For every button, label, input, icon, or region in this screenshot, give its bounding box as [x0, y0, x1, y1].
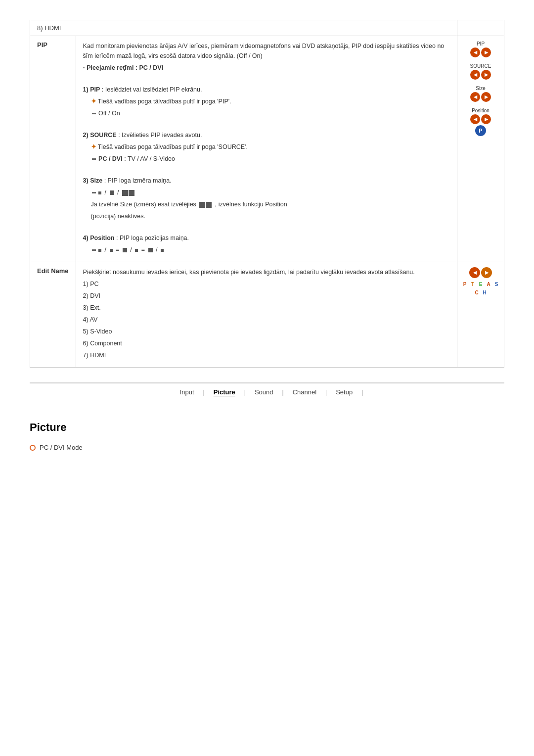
hdmi-icon-cell — [457, 20, 504, 36]
edit-item2: 2) DVI — [83, 291, 450, 301]
pip-left-btn[interactable]: ◀ — [470, 47, 480, 57]
nav-item-sound[interactable]: Sound — [246, 388, 282, 396]
pip-icon-cell: PIP ◀ ▶ SOURCE ◀ ▶ Size ◀ — [457, 36, 504, 262]
main-table: 8) HDMI PIP Kad monitoram pievienotas ār… — [30, 20, 504, 368]
edit-name-content-cell: Piekšķiriet nosaukumu ievades ierīcei, k… — [76, 262, 457, 368]
pip-item2: 2) SOURCE : Izvēlieties PIP ievades avot… — [83, 130, 450, 140]
pip-icon-group: PIP ◀ ▶ — [461, 41, 500, 57]
size-icon-label: Size — [476, 86, 485, 91]
letter-h: H — [481, 289, 488, 296]
picture-section: Picture PC / DVI Mode — [30, 421, 504, 471]
edit-name-icon-cell: ◀ ▶ P T E A S C H — [457, 262, 504, 368]
letter-t: T — [469, 281, 476, 287]
edit-name-icons-top: ◀ ▶ — [469, 267, 492, 278]
hdmi-label: 8) HDMI — [37, 24, 61, 32]
bullet-circle-icon — [30, 445, 36, 451]
position-left-btn[interactable]: ◀ — [470, 114, 480, 124]
hdmi-cell: 8) HDMI — [30, 20, 457, 36]
position-p-button[interactable]: P — [475, 125, 486, 136]
edit-btn-t[interactable]: ▶ — [481, 267, 492, 278]
position-icon-group: Position ◀ ▶ P — [461, 108, 500, 136]
picture-title: Picture — [30, 421, 504, 434]
pip-label: PIP — [37, 41, 47, 48]
nav-sep-5: | — [361, 389, 363, 396]
picture-item-1: PC / DVI Mode — [30, 444, 504, 451]
letter-c: C — [473, 289, 480, 296]
source-right-btn[interactable]: ▶ — [481, 70, 491, 80]
source-icon-group: SOURCE ◀ ▶ — [461, 63, 500, 80]
size-right-btn[interactable]: ▶ — [481, 92, 491, 102]
pip-item1-title: 1) PIP — [83, 86, 100, 93]
pip-item2-sub2: PC / DVI : TV / AV / S-Video — [83, 154, 450, 164]
pip-item3-sub2: Ja izvēlnē Size (izmērs) esat izvēlējies… — [83, 199, 450, 209]
source-left-btn[interactable]: ◀ — [470, 70, 480, 80]
pip-item4-sub: / = / = / — [83, 245, 450, 255]
edit-name-label-cell: Edit Name — [30, 262, 76, 368]
size-left-btn[interactable]: ◀ — [470, 92, 480, 102]
pip-arrow-pair: ◀ ▶ — [470, 47, 491, 57]
letter-e: E — [477, 281, 484, 287]
pip-modes: - Pieejamie reţīmi : PC / DVI — [83, 63, 450, 73]
edit-item4: 4) AV — [83, 315, 450, 325]
nav-item-picture[interactable]: Picture — [205, 388, 244, 396]
pip-item3: 3) Size : PIP loga izmēra maiņa. — [83, 176, 450, 186]
edit-item5: 5) S-Video — [83, 327, 450, 336]
page-wrapper: 8) HDMI PIP Kad monitoram pievienotas ār… — [0, 0, 534, 491]
source-arrow-pair: ◀ ▶ — [470, 70, 491, 80]
edit-name-label: Edit Name — [37, 267, 69, 275]
position-right-btn[interactable]: ▶ — [481, 114, 491, 124]
edit-item1: 1) PC — [83, 279, 450, 289]
nav-item-channel[interactable]: Channel — [284, 388, 325, 396]
pip-item1: 1) PIP : Ieslēdziet vai izslēdziet PIP e… — [83, 85, 450, 94]
nav-bar: Input | Picture | Sound | Channel | Setu… — [30, 382, 504, 401]
edit-name-row: Edit Name Piekšķiriet nosaukumu ievades … — [30, 262, 504, 368]
pip-icon-label: PIP — [477, 41, 485, 47]
size-arrow-pair: ◀ ▶ — [470, 92, 491, 102]
pip-item1-sub: ✦ Tiešā vadības poga tālvadības pultī ir… — [83, 96, 450, 106]
pip-label-cell: PIP — [30, 36, 76, 262]
nav-item-setup[interactable]: Setup — [327, 388, 361, 396]
pip-right-btn[interactable]: ▶ — [481, 47, 491, 57]
edit-item6: 6) Component — [83, 338, 450, 348]
pip-item2-sub: ✦ Tiešā vadības poga tālvadības pultī ir… — [83, 142, 450, 152]
edit-btn-p[interactable]: ◀ — [469, 267, 480, 278]
letter-p: P — [461, 281, 468, 287]
letter-s: S — [493, 281, 500, 287]
size-icon-group: Size ◀ ▶ — [461, 86, 500, 102]
hdmi-row: 8) HDMI — [30, 20, 504, 36]
picture-item-1-label: PC / DVI Mode — [40, 444, 83, 451]
pip-item3-title: 3) Size — [83, 177, 103, 184]
nav-item-input[interactable]: Input — [171, 388, 203, 396]
pip-item4: 4) Position : PIP loga pozīcijas maiņa. — [83, 233, 450, 243]
position-arrow-pair: ◀ ▶ — [470, 114, 491, 124]
edit-item3: 3) Ext. — [83, 303, 450, 313]
letter-a: A — [485, 281, 492, 287]
source-icon-label: SOURCE — [470, 63, 491, 69]
pip-content-cell: Kad monitoram pievienotas ārējas A/V ier… — [76, 36, 457, 262]
pip-item3-sub1: / / — [83, 188, 450, 197]
pip-item4-title: 4) Position — [83, 235, 115, 241]
pip-item1-sub2: Off / On — [83, 108, 450, 118]
pip-desc: Kad monitoram pievienotas ārējas A/V ier… — [83, 41, 450, 61]
pip-row: PIP Kad monitoram pievienotas ārējas A/V… — [30, 36, 504, 262]
edit-item7: 7) HDMI — [83, 350, 450, 360]
nav-items: Input | Picture | Sound | Channel | Setu… — [171, 388, 363, 396]
position-icon-label: Position — [472, 108, 490, 113]
edit-name-desc: Piekšķiriet nosaukumu ievades ierīcei, k… — [83, 267, 450, 277]
pip-item2-title: 2) SOURCE — [83, 132, 117, 139]
pip-item3-sub3: (pozīcija) neaktivēs. — [83, 211, 450, 221]
